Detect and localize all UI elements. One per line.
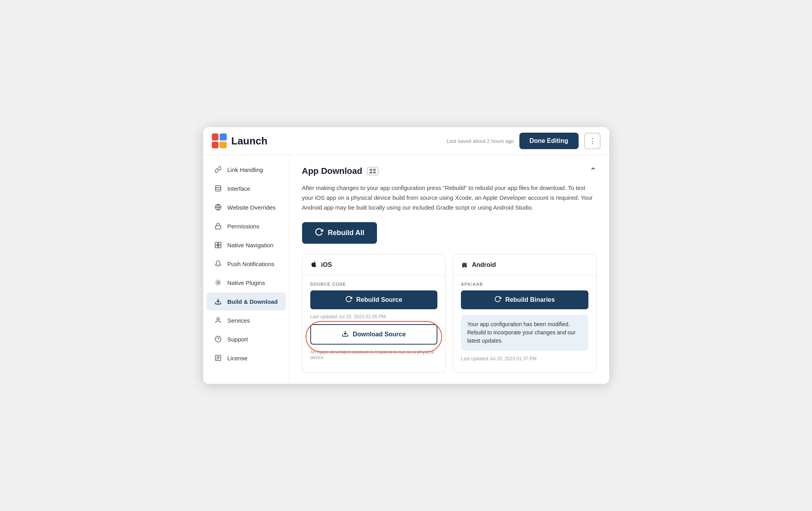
svg-line-15 [216, 281, 217, 281]
sidebar-item-native-plugins[interactable]: Native Plugins [206, 274, 286, 292]
section-description: After making changes to your app configu… [302, 183, 597, 212]
svg-rect-29 [370, 172, 372, 173]
sidebar-label-services: Services [228, 317, 250, 324]
rebuild-binaries-button[interactable]: Rebuild Binaries [461, 290, 588, 309]
sidebar-item-permissions[interactable]: Permissions [206, 217, 286, 235]
ios-note: An Apple developer account is required t… [310, 349, 438, 360]
ios-platform-label: iOS [321, 261, 332, 268]
app-window: Launch Last saved about 2 hours ago Done… [203, 127, 609, 383]
logo-dot-2 [220, 133, 227, 141]
rebuild-source-icon [345, 296, 352, 304]
logo-dot-4 [220, 142, 227, 149]
lock-icon [214, 222, 222, 230]
rebuild-all-icon [315, 228, 323, 238]
download-source-button[interactable]: Download Source [310, 324, 438, 345]
logo-dot-3 [212, 142, 219, 149]
sidebar-item-native-navigation[interactable]: Native Navigation [206, 236, 286, 254]
app-title: Launch [231, 135, 442, 147]
sidebar-label-push-notifications: Push Notifications [228, 261, 275, 267]
body-layout: Link Handling Interface Website Override… [203, 155, 609, 383]
ios-card-header: iOS [302, 254, 446, 276]
svg-rect-0 [215, 186, 221, 192]
sidebar-item-license[interactable]: License [206, 349, 286, 367]
svg-rect-28 [373, 169, 376, 171]
svg-rect-8 [215, 245, 218, 248]
sidebar-label-native-navigation: Native Navigation [228, 242, 274, 248]
svg-rect-27 [370, 169, 372, 171]
rebuild-all-button[interactable]: Rebuild All [302, 222, 377, 244]
sidebar-item-website-overrides[interactable]: Website Overrides [206, 198, 286, 216]
ios-last-updated: Last updated Jul 20, 2023 02:05 PM [310, 314, 438, 319]
section-view-toggle[interactable] [367, 167, 379, 175]
link-icon [214, 166, 222, 173]
ios-card: iOS SOURCE CODE Rebuild Source Last upda… [302, 254, 446, 373]
svg-point-10 [217, 282, 219, 284]
svg-rect-5 [215, 226, 221, 229]
android-card: Android APK/AAB Rebuild Binaries Your ap… [453, 254, 597, 373]
app-logo [212, 133, 227, 148]
sidebar-item-push-notifications[interactable]: Push Notifications [206, 255, 286, 273]
rebuild-source-label: Rebuild Source [356, 296, 402, 303]
ios-card-body: SOURCE CODE Rebuild Source Last updated … [302, 276, 446, 367]
globe-icon [214, 203, 222, 211]
svg-point-20 [217, 318, 219, 320]
logo-dot-1 [212, 133, 219, 141]
sidebar-label-link-handling: Link Handling [228, 166, 263, 173]
android-card-header: Android [453, 254, 596, 276]
navigation-icon [214, 241, 222, 249]
collapse-button[interactable]: ⌃ [590, 166, 597, 176]
sidebar-label-website-overrides: Website Overrides [228, 204, 276, 211]
rebuild-binaries-label: Rebuild Binaries [505, 296, 555, 303]
sidebar-item-support[interactable]: Support [206, 330, 286, 348]
svg-rect-6 [215, 243, 218, 245]
download-source-wrap: Download Source [310, 324, 438, 349]
done-editing-button[interactable]: Done Editing [519, 133, 579, 149]
sidebar-item-build-download[interactable]: Build & Download [206, 292, 286, 310]
plugins-icon [214, 279, 222, 287]
apk-label: APK/AAB [461, 282, 588, 287]
svg-rect-9 [218, 245, 221, 248]
sidebar-label-permissions: Permissions [228, 223, 260, 230]
more-options-button[interactable]: ⋮ [584, 133, 601, 149]
android-card-body: APK/AAB Rebuild Binaries Your app config… [453, 276, 596, 372]
sidebar-item-link-handling[interactable]: Link Handling [206, 161, 286, 179]
android-platform-label: Android [472, 261, 496, 268]
download-source-icon [342, 330, 349, 339]
download-icon [214, 297, 222, 305]
sidebar-item-services[interactable]: Services [206, 311, 286, 329]
apple-icon [310, 261, 317, 270]
android-last-updated: Last updated Jul 20, 2023 01:37 PM [461, 356, 588, 361]
support-icon [214, 335, 222, 343]
services-icon [214, 316, 222, 324]
main-content: App Download ⌃ After making changes to y… [289, 155, 609, 383]
svg-line-17 [219, 281, 220, 281]
rebuild-source-button[interactable]: Rebuild Source [310, 290, 438, 309]
sidebar-label-build-download: Build & Download [228, 298, 278, 305]
sidebar-label-interface: Interface [228, 185, 250, 192]
sidebar-label-license: License [228, 355, 248, 361]
section-title: App Download [302, 166, 362, 176]
cards-row: iOS SOURCE CODE Rebuild Source Last upda… [302, 254, 597, 373]
interface-icon [214, 184, 222, 192]
svg-rect-30 [373, 172, 376, 173]
download-source-label: Download Source [353, 331, 406, 338]
sidebar: Link Handling Interface Website Override… [203, 155, 289, 383]
sidebar-label-native-plugins: Native Plugins [228, 279, 265, 286]
last-saved-text: Last saved about 2 hours ago [447, 138, 514, 144]
android-info-message: Your app configuration has been modified… [461, 315, 588, 350]
rebuild-binaries-icon [494, 296, 501, 304]
svg-line-18 [216, 284, 217, 285]
sidebar-label-support: Support [228, 336, 248, 343]
source-code-label: SOURCE CODE [310, 282, 438, 287]
svg-rect-7 [218, 243, 221, 245]
sidebar-item-interface[interactable]: Interface [206, 179, 286, 197]
header-right: Last saved about 2 hours ago Done Editin… [447, 133, 601, 149]
bell-icon [214, 260, 222, 268]
svg-line-16 [219, 284, 220, 285]
rebuild-all-label: Rebuild All [328, 229, 364, 237]
android-icon [461, 261, 468, 270]
section-title-row: App Download [302, 166, 379, 176]
header: Launch Last saved about 2 hours ago Done… [203, 127, 609, 155]
license-icon [214, 354, 222, 362]
section-header: App Download ⌃ [302, 166, 597, 176]
